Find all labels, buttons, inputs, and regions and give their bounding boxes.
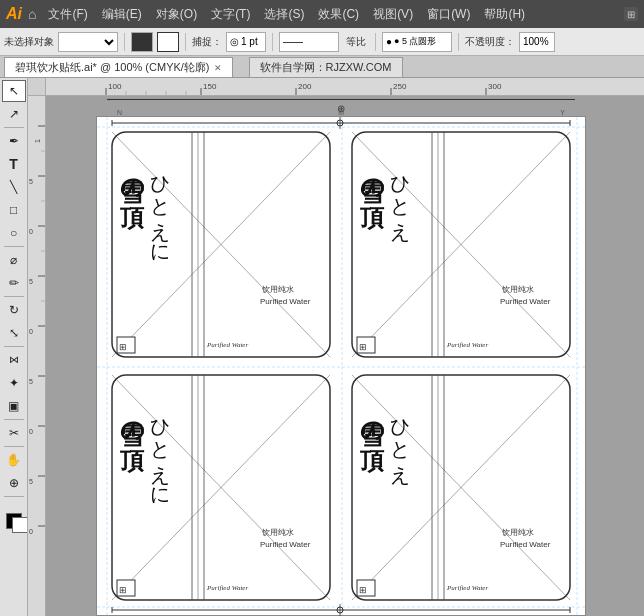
- tab-ai-file[interactable]: 碧琪饮水贴纸.ai* @ 100% (CMYK/轮廓) ✕: [4, 57, 233, 77]
- tool-divider-1: [4, 127, 24, 128]
- brush-icon: ⌀: [10, 254, 17, 266]
- menu-select[interactable]: 选择(S): [258, 4, 310, 25]
- scale-tool[interactable]: ⤡: [2, 322, 26, 344]
- tool-divider-7: [4, 496, 24, 497]
- zoom-icon: ⊕: [9, 477, 19, 489]
- gradient-icon: ▣: [8, 400, 19, 412]
- brush-label: ● 5 点圆形: [394, 35, 436, 48]
- line-tool[interactable]: ╲: [2, 176, 26, 198]
- brush-icon: ●: [386, 36, 392, 47]
- svg-text:饮用纯水: 饮用纯水: [261, 528, 294, 537]
- menu-type[interactable]: 文字(T): [205, 4, 256, 25]
- tool-divider-2: [4, 246, 24, 247]
- svg-text:0: 0: [29, 528, 33, 535]
- tool-divider-5: [4, 419, 24, 420]
- menu-file[interactable]: 文件(F): [42, 4, 93, 25]
- artwork-svg: 雪の頂 ひとえに 饮用纯水 Purified Water ⊞ Purified …: [97, 117, 587, 616]
- svg-text:5: 5: [29, 478, 33, 485]
- svg-text:⊞: ⊞: [119, 585, 127, 595]
- background-swatch[interactable]: [12, 517, 28, 533]
- svg-text:饮用纯水: 饮用纯水: [501, 528, 534, 537]
- line-icon: ╲: [10, 181, 17, 193]
- hand-tool[interactable]: ✋: [2, 449, 26, 471]
- pen-icon: ✒: [9, 135, 19, 147]
- select-tool[interactable]: ↖: [2, 80, 26, 102]
- svg-text:⊞: ⊞: [359, 585, 367, 595]
- rect-tool[interactable]: □: [2, 199, 26, 221]
- tab-ai-label: 碧琪饮水贴纸.ai* @ 100% (CMYK/轮廓): [15, 60, 210, 75]
- fill-indicator[interactable]: [131, 32, 153, 52]
- menu-window[interactable]: 窗口(W): [421, 4, 476, 25]
- stroke-line[interactable]: ——: [279, 32, 339, 52]
- ai-logo: Ai: [6, 5, 22, 23]
- toolbar-divider-5: [458, 33, 459, 51]
- tab-close-ai[interactable]: ✕: [214, 63, 222, 73]
- menu-help[interactable]: 帮助(H): [478, 4, 531, 25]
- type-tool[interactable]: T: [2, 153, 26, 175]
- svg-text:Purified Water: Purified Water: [260, 297, 311, 306]
- rotate-icon: ↻: [9, 304, 19, 316]
- blend-tool[interactable]: ⋈: [2, 349, 26, 371]
- direct-select-tool[interactable]: ↗: [2, 103, 26, 125]
- svg-text:5: 5: [29, 378, 33, 385]
- top-marks: N M Y: [97, 109, 585, 116]
- grid-icon[interactable]: ⊞: [624, 7, 638, 21]
- equal-ratio-label: 等比: [346, 35, 366, 49]
- gradient-tool[interactable]: ▣: [2, 395, 26, 417]
- mark-n: N: [117, 109, 122, 116]
- home-button[interactable]: ⌂: [28, 6, 36, 22]
- pencil-icon: ✏: [9, 277, 19, 289]
- menu-object[interactable]: 对象(O): [150, 4, 203, 25]
- canvas-content[interactable]: ← ⊕ ⊕ N M Y: [46, 96, 644, 616]
- snap-icon: ◎: [230, 36, 239, 47]
- svg-text:⊞: ⊞: [119, 342, 127, 352]
- scale-icon: ⤡: [9, 327, 19, 339]
- snap-num: 1 pt: [241, 36, 258, 47]
- brush-select[interactable]: ● ● 5 点圆形: [382, 32, 452, 52]
- toolbar-divider-2: [185, 33, 186, 51]
- tool-divider-6: [4, 446, 24, 447]
- dim-line-top: [107, 99, 575, 100]
- svg-text:0: 0: [29, 328, 33, 335]
- pencil-tool[interactable]: ✏: [2, 272, 26, 294]
- tool-divider-3: [4, 296, 24, 297]
- scissors-tool[interactable]: ✂: [2, 422, 26, 444]
- type-icon: T: [9, 157, 18, 171]
- mark-m: M: [338, 109, 344, 116]
- canvas-area[interactable]: 100 150 200 250 300 1 5: [28, 78, 644, 616]
- eyedrop-tool[interactable]: ✦: [2, 372, 26, 394]
- menu-edit[interactable]: 编辑(E): [96, 4, 148, 25]
- svg-text:⊞: ⊞: [359, 342, 367, 352]
- opacity-value[interactable]: 100%: [519, 32, 555, 52]
- mark-y: Y: [560, 109, 565, 116]
- direct-select-icon: ↗: [9, 108, 19, 120]
- svg-text:250: 250: [393, 82, 407, 91]
- main-area: ↖ ↗ ✒ T ╲ □ ○ ⌀ ✏ ↻ ⤡ ⋈ ✦ ▣ ✂ ✋ ⊕ ⊘: [0, 78, 644, 616]
- ellipse-tool[interactable]: ○: [2, 222, 26, 244]
- svg-text:饮用纯水: 饮用纯水: [261, 285, 294, 294]
- svg-text:5: 5: [29, 278, 33, 285]
- snap-value[interactable]: ◎ 1 pt: [226, 32, 266, 52]
- rotate-tool[interactable]: ↻: [2, 299, 26, 321]
- menu-effect[interactable]: 效果(C): [312, 4, 365, 25]
- svg-text:100: 100: [108, 82, 122, 91]
- toolbar-divider-1: [124, 33, 125, 51]
- eyedrop-icon: ✦: [9, 377, 19, 389]
- svg-text:150: 150: [203, 82, 217, 91]
- blend-icon: ⋈: [9, 355, 19, 365]
- toolbar-divider-3: [272, 33, 273, 51]
- zoom-tool[interactable]: ⊕: [2, 472, 26, 494]
- svg-text:ひとえに: ひとえに: [149, 405, 171, 504]
- object-select-dropdown[interactable]: [58, 32, 118, 52]
- svg-text:Purified Water: Purified Water: [260, 540, 311, 549]
- color-swatch-area: [2, 503, 26, 535]
- svg-text:1: 1: [34, 139, 41, 143]
- snap-label: 捕捉：: [192, 35, 222, 49]
- stroke-color[interactable]: [157, 32, 179, 52]
- svg-text:0: 0: [29, 428, 33, 435]
- tab-website[interactable]: 软件自学网：RJZXW.COM: [249, 57, 403, 77]
- menu-view[interactable]: 视图(V): [367, 4, 419, 25]
- brush-tool[interactable]: ⌀: [2, 249, 26, 271]
- ruler-corner: [28, 78, 46, 96]
- pen-tool[interactable]: ✒: [2, 130, 26, 152]
